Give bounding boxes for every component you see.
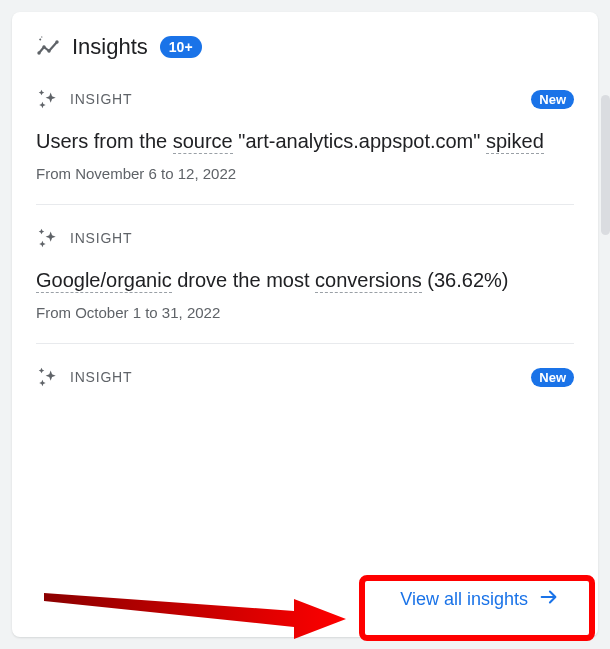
insight-item-header: INSIGHT New xyxy=(36,366,574,388)
insights-count-badge: 10+ xyxy=(160,36,202,58)
new-badge: New xyxy=(531,90,574,109)
view-all-label: View all insights xyxy=(400,589,528,610)
insight-item-header: INSIGHT xyxy=(36,227,574,249)
insight-date-range: From November 6 to 12, 2022 xyxy=(36,165,574,182)
insights-card: Insights 10+ INSIGHT New Users from the … xyxy=(12,12,598,637)
insight-type-label: INSIGHT xyxy=(70,230,132,246)
insights-header: Insights 10+ xyxy=(36,34,574,60)
sparkle-icon xyxy=(36,227,58,249)
svg-point-3 xyxy=(55,40,58,43)
insights-icon xyxy=(36,35,60,59)
insight-type-label: INSIGHT xyxy=(70,369,132,385)
svg-point-2 xyxy=(47,49,50,52)
insight-title-text: Users from the source "art-analytics.app… xyxy=(36,128,574,155)
insight-type-label: INSIGHT xyxy=(70,91,132,107)
insight-item[interactable]: INSIGHT Google/organic drove the most co… xyxy=(36,227,574,344)
insights-title: Insights xyxy=(72,34,148,60)
new-badge: New xyxy=(531,368,574,387)
view-all-insights-link[interactable]: View all insights xyxy=(386,576,574,623)
card-footer: View all insights xyxy=(36,576,574,623)
insight-item-header: INSIGHT New xyxy=(36,88,574,110)
arrow-right-icon xyxy=(538,586,560,613)
insight-item[interactable]: INSIGHT New xyxy=(36,366,574,428)
insight-title-text: Google/organic drove the most conversion… xyxy=(36,267,574,294)
svg-point-1 xyxy=(42,45,45,48)
sparkle-icon xyxy=(36,366,58,388)
svg-point-0 xyxy=(37,51,40,54)
sparkle-icon xyxy=(36,88,58,110)
insight-item[interactable]: INSIGHT New Users from the source "art-a… xyxy=(36,88,574,205)
insight-date-range: From October 1 to 31, 2022 xyxy=(36,304,574,321)
scrollbar[interactable] xyxy=(601,95,610,235)
